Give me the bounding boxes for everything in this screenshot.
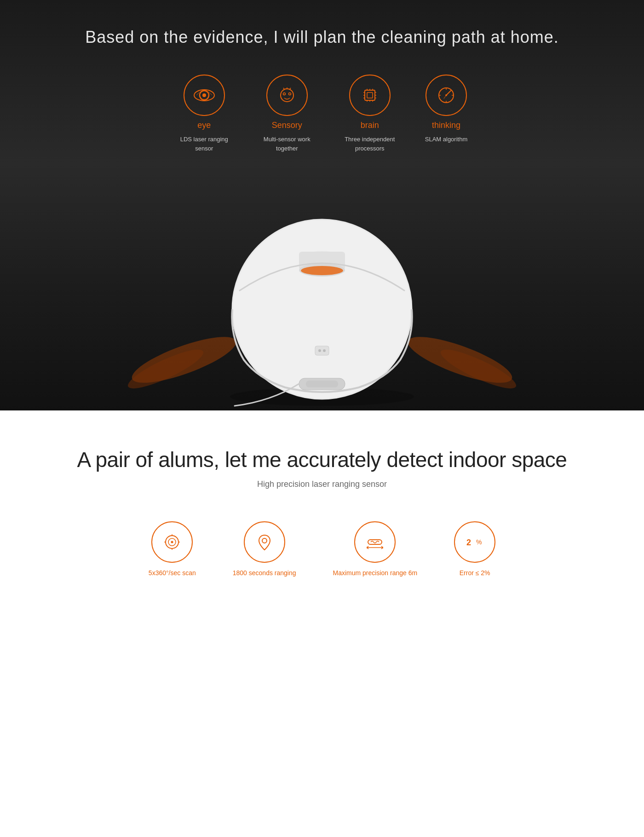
sensory-icon-circle xyxy=(266,75,308,116)
error-label: Error ≤ 2% xyxy=(460,569,490,577)
eye-icon-circle xyxy=(184,75,225,116)
svg-line-26 xyxy=(444,95,446,98)
svg-line-7 xyxy=(283,88,284,89)
svg-rect-55 xyxy=(368,540,382,544)
svg-point-41 xyxy=(301,266,343,275)
svg-line-8 xyxy=(290,88,291,89)
eye-icon xyxy=(193,84,216,107)
brain-icon-circle xyxy=(349,75,391,116)
eye-desc: LDS laser ranging sensor xyxy=(177,135,232,153)
scan-label: 5x360°/sec scan xyxy=(149,569,196,577)
svg-rect-42 xyxy=(315,346,329,355)
ranging-label: 1800 seconds ranging xyxy=(233,569,296,577)
location-icon xyxy=(253,531,276,554)
svg-text:2: 2 xyxy=(466,538,471,547)
svg-rect-9 xyxy=(365,90,375,100)
hero-icon-brain: brain Three independent processors xyxy=(342,75,397,153)
svg-point-44 xyxy=(323,349,326,352)
thinking-icon xyxy=(435,84,458,107)
svg-point-1 xyxy=(202,93,206,97)
sensory-label: Sensory xyxy=(272,121,302,130)
svg-rect-10 xyxy=(367,92,373,98)
percent-icon: 2 % xyxy=(463,531,486,554)
range-icon xyxy=(363,531,386,554)
error-icon-item: 2 % Error ≤ 2% xyxy=(454,521,495,577)
white-section: A pair of alums, let me accurately detec… xyxy=(0,410,644,604)
thinking-icon-circle xyxy=(426,75,467,116)
svg-point-5 xyxy=(288,93,291,95)
ranging-icon-item: 1800 seconds ranging xyxy=(233,521,296,577)
brain-icon xyxy=(358,84,381,107)
precision-label: Maximum precision range 6m xyxy=(333,569,418,577)
robot-vacuum-svg xyxy=(179,180,465,410)
sensory-desc: Multi-sensor work together xyxy=(259,135,315,153)
svg-point-36 xyxy=(232,219,412,399)
svg-text:%: % xyxy=(476,538,482,546)
scan-icon-circle xyxy=(151,521,193,563)
hero-section: Based on the evidence, I will plan the c… xyxy=(0,0,644,410)
bottom-icons-row: 5x360°/sec scan 1800 seconds ranging xyxy=(0,521,644,577)
sensory-icon xyxy=(276,84,299,107)
thinking-label: thinking xyxy=(432,121,460,130)
hero-icons-row: eye LDS laser ranging sensor xyxy=(0,75,644,153)
ranging-icon-circle xyxy=(244,521,285,563)
error-icon-circle: 2 % xyxy=(454,521,495,563)
svg-rect-46 xyxy=(306,381,338,387)
svg-point-43 xyxy=(318,349,321,352)
svg-point-4 xyxy=(283,93,285,95)
thinking-desc: SLAM algorithm xyxy=(425,135,467,144)
scan-icon xyxy=(161,531,184,554)
hero-title: Based on the evidence, I will plan the c… xyxy=(0,28,644,47)
scan-icon-item: 5x360°/sec scan xyxy=(149,521,196,577)
svg-line-25 xyxy=(446,91,451,95)
hero-icon-thinking: thinking SLAM algorithm xyxy=(425,75,467,153)
brain-desc: Three independent processors xyxy=(342,135,397,153)
svg-point-54 xyxy=(262,538,267,543)
hero-icon-eye: eye LDS laser ranging sensor xyxy=(177,75,232,153)
alums-title: A pair of alums, let me accurately detec… xyxy=(0,447,644,472)
precision-icon-circle xyxy=(354,521,396,563)
alums-subtitle: High precision laser ranging sensor xyxy=(0,479,644,489)
hero-icon-sensory: Sensory Multi-sensor work together xyxy=(259,75,315,153)
brain-label: brain xyxy=(361,121,379,130)
svg-point-3 xyxy=(281,89,293,102)
eye-label: eye xyxy=(197,121,211,130)
precision-icon-item: Maximum precision range 6m xyxy=(333,521,418,577)
svg-point-49 xyxy=(171,541,173,543)
robot-area xyxy=(0,180,644,410)
